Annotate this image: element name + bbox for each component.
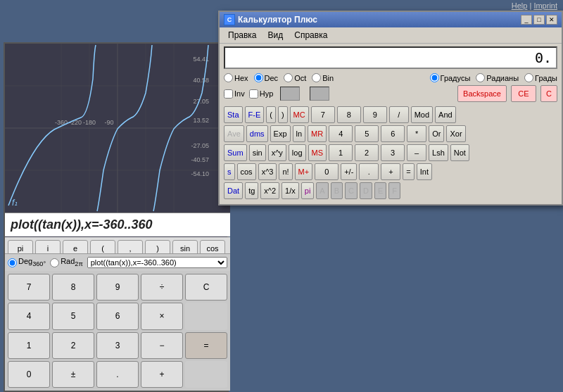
btn-f[interactable]: F [388, 182, 400, 199]
btn-s[interactable]: s [224, 163, 235, 180]
numpad-plusminus[interactable]: ± [52, 361, 94, 388]
backspace-button[interactable]: Backspace [457, 85, 507, 102]
formula-select[interactable]: plot((tan(x)),x=-360..360) [87, 257, 227, 268]
btn-e[interactable]: E [374, 182, 386, 199]
ce-button[interactable]: CE [511, 85, 536, 102]
btn-mod[interactable]: Mod [411, 106, 433, 123]
btn-dms[interactable]: dms [246, 125, 268, 142]
hyp-checkbox[interactable] [249, 89, 258, 99]
hex-radio[interactable] [224, 73, 233, 82]
btn-exp[interactable]: Exp [270, 125, 291, 142]
inv-checkbox-label[interactable]: Inv [224, 89, 245, 99]
btn-xcube2[interactable]: x^3 [258, 163, 277, 180]
grad-radio-label[interactable]: Градусы [430, 73, 471, 82]
oct-radio-label[interactable]: Oct [284, 73, 306, 82]
btn-dat[interactable]: Dat [224, 182, 243, 199]
btn-and[interactable]: And [435, 106, 456, 123]
numpad-dot[interactable]: . [96, 361, 139, 388]
btn-8[interactable]: 8 [337, 106, 361, 123]
help-link[interactable]: Help [512, 1, 528, 10]
btn-xsq2[interactable]: x^2 [260, 182, 279, 199]
hex-radio-label[interactable]: Hex [224, 73, 248, 82]
inv-checkbox[interactable] [224, 89, 233, 99]
oct-radio[interactable] [284, 73, 293, 82]
btn-tg[interactable]: tg [245, 182, 258, 199]
menu-help[interactable]: Справка [289, 29, 333, 42]
btn-ave[interactable]: Ave [224, 125, 244, 142]
btn-cparen[interactable]: ) [278, 106, 288, 123]
hyp-checkbox-label[interactable]: Hyp [249, 89, 274, 99]
btn-ln[interactable]: ln [293, 125, 306, 142]
btn-sin[interactable]: sin [249, 144, 266, 161]
btn-sta[interactable]: Sta [224, 106, 243, 123]
btn-xpowy2[interactable]: x^y [268, 144, 286, 161]
numpad-6[interactable]: 6 [96, 303, 139, 329]
btn-b[interactable]: B [331, 182, 343, 199]
numpad-c[interactable]: C [185, 274, 227, 301]
numpad-mul[interactable]: × [141, 303, 183, 329]
btn-mc[interactable]: MC [290, 106, 309, 123]
close-button[interactable]: ✕ [546, 15, 557, 25]
numpad-8[interactable]: 8 [52, 274, 94, 301]
numpad-7[interactable]: 7 [8, 274, 50, 301]
numpad-0[interactable]: 0 [8, 361, 50, 388]
btn-pi[interactable]: pi [301, 182, 315, 199]
btn-4[interactable]: 4 [329, 125, 353, 142]
rad-radio[interactable] [50, 258, 59, 267]
btn-mul[interactable]: * [407, 125, 426, 142]
grady-radio-label[interactable]: Грады [524, 73, 557, 82]
dec-radio[interactable] [254, 73, 263, 82]
minimize-button[interactable]: _ [521, 15, 532, 25]
rad-radio-label[interactable]: Rad2π [50, 257, 83, 267]
btn-fe[interactable]: F-E [245, 106, 265, 123]
btn-dot[interactable]: . [359, 163, 379, 180]
numpad-3[interactable]: 3 [96, 332, 139, 359]
numpad-4[interactable]: 4 [8, 303, 50, 329]
numpad-add[interactable]: + [141, 361, 183, 388]
numpad-9[interactable]: 9 [96, 274, 139, 301]
btn-xor[interactable]: Xor [446, 125, 465, 142]
btn-plusminus2[interactable]: +/- [341, 163, 357, 180]
btn-sub[interactable]: – [407, 144, 426, 161]
menu-view[interactable]: Вид [262, 29, 289, 42]
btn-7[interactable]: 7 [311, 106, 335, 123]
btn-3[interactable]: 3 [381, 144, 405, 161]
btn-divide[interactable]: / [389, 106, 409, 123]
btn-mplus[interactable]: M+ [295, 163, 313, 180]
btn-oparen[interactable]: ( [266, 106, 276, 123]
grady-radio[interactable] [524, 73, 533, 82]
numpad-2[interactable]: 2 [52, 332, 94, 359]
maximize-button[interactable]: □ [533, 15, 545, 25]
btn-inv[interactable]: 1/x [282, 182, 299, 199]
radiany-radio[interactable] [476, 73, 485, 82]
rad2-radio-label[interactable]: Радианы [476, 73, 519, 82]
menu-edit[interactable]: Правка [222, 29, 262, 42]
btn-nfact[interactable]: n! [279, 163, 292, 180]
gradus-radio[interactable] [430, 73, 439, 82]
btn-lsh[interactable]: Lsh [429, 144, 448, 161]
btn-d[interactable]: D [360, 182, 372, 199]
btn-0[interactable]: 0 [315, 163, 339, 180]
btn-int[interactable]: Int [417, 163, 432, 180]
btn-eq[interactable]: = [403, 163, 414, 180]
btn-log[interactable]: log [289, 144, 306, 161]
deg-radio[interactable] [8, 258, 17, 267]
numpad-1[interactable]: 1 [8, 332, 50, 359]
btn-ms[interactable]: MS [308, 144, 327, 161]
btn-mr[interactable]: MR [308, 125, 327, 142]
numpad-eq[interactable]: = [185, 332, 227, 359]
btn-cos[interactable]: cos [237, 163, 256, 180]
numpad-5[interactable]: 5 [52, 303, 94, 329]
imprint-link[interactable]: Imprint [533, 1, 557, 10]
btn-5[interactable]: 5 [355, 125, 379, 142]
btn-a[interactable]: A [316, 182, 328, 199]
bin-radio-label[interactable]: Bin [312, 73, 334, 82]
btn-add2[interactable]: + [381, 163, 400, 180]
btn-sum[interactable]: Sum [224, 144, 247, 161]
btn-9[interactable]: 9 [363, 106, 387, 123]
numpad-div[interactable]: ÷ [141, 274, 183, 301]
btn-c[interactable]: C [345, 182, 358, 199]
btn-1[interactable]: 1 [329, 144, 353, 161]
btn-or[interactable]: Or [429, 125, 444, 142]
c-button[interactable]: C [540, 85, 557, 102]
